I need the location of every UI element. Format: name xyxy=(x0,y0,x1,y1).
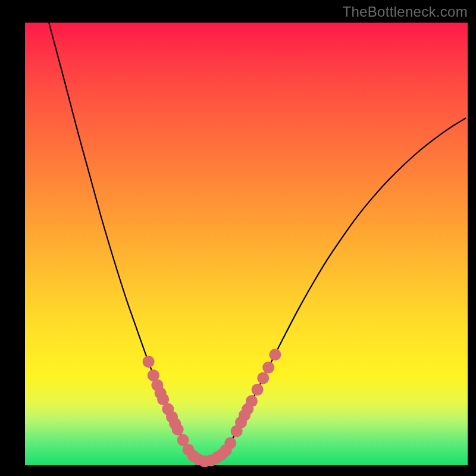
chart-svg xyxy=(25,23,468,465)
highlight-dot xyxy=(172,424,184,436)
highlight-dot xyxy=(257,372,269,384)
highlight-dot xyxy=(224,437,236,449)
highlight-dot xyxy=(143,356,155,368)
highlight-dot xyxy=(252,384,264,396)
plot-area xyxy=(25,23,468,465)
chart-frame: TheBottleneck.com xyxy=(0,0,476,476)
highlight-dots xyxy=(143,349,281,467)
highlight-dot xyxy=(246,395,258,407)
highlight-dot xyxy=(262,362,274,374)
highlight-dot xyxy=(269,349,281,361)
watermark-text: TheBottleneck.com xyxy=(342,4,468,20)
